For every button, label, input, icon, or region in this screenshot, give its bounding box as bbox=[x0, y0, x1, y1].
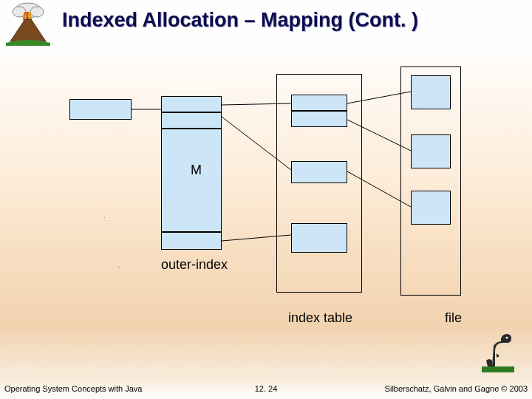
outer-index-label: outer-index bbox=[161, 257, 228, 273]
index-table-slot bbox=[291, 161, 347, 183]
outer-index-slot bbox=[161, 232, 222, 250]
file-block bbox=[411, 134, 451, 168]
artifact-dot: . bbox=[103, 213, 105, 219]
index-table-label: index table bbox=[288, 310, 352, 326]
footer-page-number: 12. 24 bbox=[255, 384, 278, 393]
file-label: file bbox=[445, 310, 462, 326]
footer-left: Operating System Concepts with Java bbox=[4, 384, 142, 393]
outer-index-slot bbox=[161, 96, 222, 112]
svg-point-11 bbox=[506, 337, 508, 339]
artifact-dot: . bbox=[118, 262, 120, 269]
file-block bbox=[411, 75, 451, 109]
index-table-slot bbox=[291, 95, 347, 111]
footer-copyright: Silberschatz, Galvin and Gagne © 2003 bbox=[385, 384, 528, 393]
index-table-slot bbox=[291, 111, 347, 127]
outer-index-slot bbox=[161, 112, 222, 129]
svg-rect-10 bbox=[482, 366, 514, 372]
file-block bbox=[411, 191, 451, 225]
arrow-glyph: M bbox=[191, 163, 202, 178]
slide: Indexed Allocation – Mapping (Cont. ) M … bbox=[0, 0, 532, 399]
index-table-slot bbox=[291, 223, 347, 253]
root-pointer-box bbox=[69, 99, 132, 120]
dinosaur-icon bbox=[482, 328, 514, 372]
outer-index-body bbox=[161, 129, 222, 232]
